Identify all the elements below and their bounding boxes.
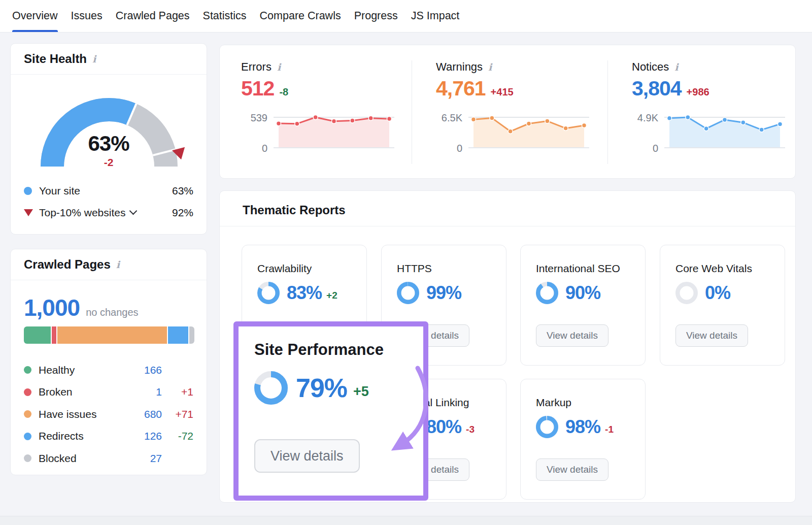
thematic-donut-chart <box>675 282 698 304</box>
site-performance-delta: +5 <box>353 384 369 400</box>
issue-count: 512 <box>241 77 274 101</box>
thematic-card-delta: +2 <box>326 290 337 301</box>
thematic-card-international-seo: International SEO90%View details <box>520 245 646 366</box>
tab-overview[interactable]: Overview <box>12 0 58 32</box>
site-audit-overview-page: OverviewIssuesCrawled PagesStatisticsCom… <box>0 0 812 525</box>
thematic-card-core-web-vitals: Core Web Vitals0%View details <box>660 245 785 366</box>
page-bottom-strip <box>0 516 812 525</box>
thematic-card-title: Crawlability <box>257 262 312 275</box>
thematic-card-delta: -3 <box>466 424 475 435</box>
crawled-pages-stacked-bar <box>24 326 194 344</box>
thematic-reports-title: Thematic Reports <box>243 203 346 217</box>
status-dot-icon <box>24 433 31 440</box>
thematic-card-score-row: 99% <box>397 282 461 304</box>
view-details-button[interactable]: View details <box>536 458 608 481</box>
page-count: 126 <box>126 430 162 442</box>
crawled-pages-legend-row: Broken1+1 <box>24 381 193 404</box>
status-dot-icon <box>24 366 31 374</box>
legend-value: 92% <box>172 207 193 219</box>
page-count: 1 <box>126 386 162 398</box>
crawled-pages-legend-row: Healthy166 <box>24 359 193 381</box>
site-performance-highlight-card: Site Performance 79% +5 View details <box>233 321 428 501</box>
issue-panel-value-row: 3,804+986 <box>632 77 709 101</box>
crawled-pages-card: Crawled Pages i 1,000 no changes Healthy… <box>10 249 207 475</box>
issue-panel-title: Errorsi <box>241 60 281 74</box>
view-details-button[interactable]: View details <box>536 324 608 347</box>
site-performance-percent: 79% <box>296 373 347 403</box>
page-count: 680 <box>126 408 162 420</box>
thematic-card-title: Markup <box>536 397 571 409</box>
crawled-pages-header: Crawled Pages i <box>11 249 207 280</box>
thematic-donut-chart <box>397 282 419 304</box>
tab-compare-crawls[interactable]: Compare Crawls <box>260 0 341 32</box>
site-health-legend-row[interactable]: Top-10% websites92% <box>24 202 193 223</box>
site-health-card: Site Health i 63% -2 Your site63%Top-10%… <box>10 43 207 235</box>
info-icon[interactable]: i <box>674 61 678 73</box>
issue-count: 3,804 <box>632 77 682 101</box>
issue-panel-title-text: Notices <box>632 60 669 74</box>
info-icon[interactable]: i <box>92 53 96 64</box>
your-site-dot-icon <box>24 187 32 195</box>
thematic-card-percent: 0% <box>705 282 730 304</box>
tab-js-impact[interactable]: JS Impact <box>411 0 460 32</box>
issue-panel-warnings: Warningsi4,761+4156.5K0 <box>412 45 607 179</box>
thematic-card-score-row: 0% <box>675 282 730 304</box>
thematic-card-score-row: 83%+2 <box>257 282 337 304</box>
status-dot-icon <box>24 410 31 418</box>
site-health-header: Site Health i <box>11 44 207 75</box>
legend-label: Healthy <box>39 364 75 376</box>
issue-panel-title: Noticesi <box>632 60 679 74</box>
axis-label-zero: 0 <box>632 143 658 154</box>
site-health-title: Site Health <box>24 52 87 66</box>
issue-panel-value-row: 512-8 <box>241 77 288 101</box>
status-dot-icon <box>24 388 31 396</box>
page-count: 27 <box>126 452 162 465</box>
top-nav-tabs: OverviewIssuesCrawled PagesStatisticsCom… <box>0 0 812 32</box>
bar-segment-healthy <box>24 326 51 344</box>
chevron-down-icon[interactable] <box>129 207 138 215</box>
issue-count-delta: -8 <box>279 86 288 98</box>
page-count-delta: +71 <box>162 408 193 420</box>
site-health-legend-row: Your site63% <box>24 180 193 202</box>
info-icon[interactable]: i <box>277 61 281 73</box>
tab-issues[interactable]: Issues <box>71 0 103 32</box>
benchmark-triangle-down-icon <box>24 209 33 216</box>
page-count-delta: -72 <box>162 430 193 442</box>
issue-panel-title-text: Errors <box>241 60 272 74</box>
site-health-legend: Your site63%Top-10% websites92% <box>24 180 193 223</box>
thematic-card-title: Core Web Vitals <box>675 262 752 275</box>
thematic-card-markup: Markup98%-1View details <box>520 379 646 500</box>
tab-statistics[interactable]: Statistics <box>203 0 247 32</box>
site-performance-score-row: 79% +5 <box>254 371 369 405</box>
site-health-score: 63% <box>11 132 207 156</box>
thematic-card-percent: 98% <box>565 416 600 438</box>
tab-progress[interactable]: Progress <box>354 0 398 32</box>
view-details-button[interactable]: View details <box>675 324 748 347</box>
issue-panel-notices: Noticesi3,804+9864.9K0 <box>607 45 796 179</box>
issue-panel-title: Warningsi <box>436 60 492 74</box>
thematic-card-score-row: 90% <box>536 282 600 304</box>
legend-label: Redirects <box>39 430 84 442</box>
issue-count: 4,761 <box>436 77 486 101</box>
site-performance-title: Site Performance <box>254 341 384 359</box>
status-dot-icon <box>24 454 31 462</box>
page-count: 166 <box>126 364 162 376</box>
thematic-card-percent: 99% <box>426 282 461 304</box>
legend-label: Top-10% websites <box>39 207 125 219</box>
crawled-pages-legend-row: Redirects126-72 <box>24 425 193 448</box>
site-performance-view-details-button[interactable]: View details <box>254 439 360 473</box>
divider <box>220 226 795 226</box>
info-icon[interactable]: i <box>488 61 492 73</box>
thematic-donut-chart <box>536 416 558 438</box>
info-icon[interactable]: i <box>116 259 120 270</box>
axis-label-max: 4.9K <box>632 112 658 124</box>
tab-crawled-pages[interactable]: Crawled Pages <box>116 0 190 32</box>
thematic-donut-chart <box>536 282 558 304</box>
issues-summary-card: Errorsi512-85390Warningsi4,761+4156.5K0N… <box>219 45 796 179</box>
crawled-pages-total-value: 1,000 <box>24 294 80 321</box>
crawled-pages-legend-row: Blocked27 <box>24 447 193 470</box>
bar-segment-broken <box>52 326 57 344</box>
legend-label: Your site <box>39 185 80 197</box>
page-count-delta: +1 <box>162 386 193 398</box>
site-health-score-delta: -2 <box>11 156 207 169</box>
